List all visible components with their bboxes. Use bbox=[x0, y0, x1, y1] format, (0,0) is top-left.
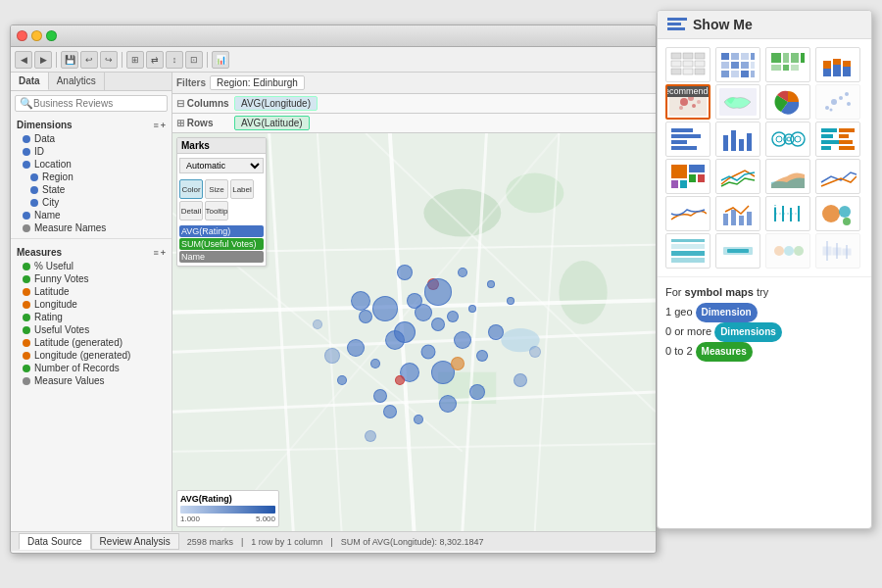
dim-location[interactable]: Location bbox=[11, 158, 172, 171]
chart-heat-map[interactable] bbox=[715, 47, 760, 82]
chart-pie[interactable] bbox=[765, 84, 810, 120]
filter-pill-region[interactable]: Region: Edinburgh bbox=[210, 75, 305, 90]
search-box[interactable]: 🔍 bbox=[15, 95, 168, 112]
save-icon[interactable]: 💾 bbox=[61, 51, 78, 69]
svg-rect-109 bbox=[671, 258, 705, 263]
marks-fields: AVG(Rating) SUM(Useful Votes) Name bbox=[177, 222, 266, 266]
chart-green-boxes[interactable] bbox=[765, 47, 810, 82]
status-tab-review[interactable]: Review Analysis bbox=[91, 533, 179, 550]
footer-line1: 1 geo Dimension bbox=[665, 303, 863, 322]
dim-icon bbox=[23, 135, 30, 143]
add-meas-icon[interactable]: + bbox=[161, 248, 166, 258]
meas-rating[interactable]: Rating bbox=[11, 311, 172, 323]
marks-field-useful[interactable]: SUM(Useful Votes) bbox=[179, 238, 264, 250]
meas-long-gen[interactable]: Longitude (generated) bbox=[11, 349, 172, 362]
minimize-btn[interactable] bbox=[31, 30, 42, 41]
chart-highlight-table[interactable] bbox=[665, 233, 710, 269]
chart-scatter[interactable] bbox=[815, 84, 860, 120]
chart-dual-line[interactable] bbox=[815, 159, 860, 194]
meas-long[interactable]: Longitude bbox=[11, 298, 172, 311]
chart-bubble[interactable] bbox=[665, 196, 710, 231]
sort-dim-icon[interactable]: ≡ bbox=[153, 121, 158, 130]
marks-field-name[interactable]: Name bbox=[179, 251, 264, 263]
tab-analytics[interactable]: Analytics bbox=[49, 73, 105, 90]
meas-icon bbox=[23, 326, 30, 334]
chart-filled-map[interactable] bbox=[715, 84, 760, 120]
close-btn[interactable] bbox=[17, 30, 27, 41]
chart-text-table[interactable] bbox=[665, 47, 710, 82]
chart-histogram[interactable] bbox=[765, 233, 810, 269]
svg-point-61 bbox=[825, 106, 829, 110]
chart-symbol-map[interactable]: Recommended bbox=[665, 84, 710, 120]
chart-box-whisker[interactable] bbox=[815, 233, 860, 269]
meas-funny[interactable]: Funny Votes bbox=[11, 272, 172, 285]
footer-num1: 1 bbox=[665, 306, 671, 318]
meas-lat[interactable]: Latitude bbox=[11, 285, 172, 298]
dim-measure-names[interactable]: Measure Names bbox=[11, 221, 172, 234]
dim-data[interactable]: Data bbox=[11, 132, 172, 145]
chart-side-bars[interactable] bbox=[815, 122, 860, 157]
chart-line[interactable] bbox=[715, 159, 760, 194]
meas-useful[interactable]: Useful Votes bbox=[11, 323, 172, 336]
svg-rect-67 bbox=[671, 128, 693, 132]
sort-meas-icon[interactable]: ≡ bbox=[153, 248, 158, 258]
meas-num-records[interactable]: Number of Records bbox=[11, 362, 172, 374]
toolbar-separator bbox=[56, 52, 57, 68]
title-bar bbox=[11, 25, 656, 47]
fit-icon[interactable]: ⊡ bbox=[185, 51, 203, 69]
maximize-btn[interactable] bbox=[46, 30, 57, 41]
measures-header: Measures ≡ + bbox=[11, 243, 172, 260]
dim-region[interactable]: Region bbox=[11, 171, 172, 183]
chart-gantt[interactable] bbox=[765, 196, 810, 231]
dim-city[interactable]: City bbox=[11, 196, 172, 209]
marks-size-btn[interactable]: Size bbox=[205, 179, 228, 199]
chart-treemap[interactable] bbox=[665, 159, 710, 194]
tab-data[interactable]: Data bbox=[11, 73, 49, 90]
chart-area[interactable] bbox=[765, 159, 810, 194]
meas-useful-pct[interactable]: % Useful bbox=[11, 260, 172, 272]
show-me-icon[interactable]: 📊 bbox=[212, 51, 229, 69]
chart-horiz-bar[interactable] bbox=[665, 122, 710, 157]
dim-name[interactable]: Name bbox=[11, 209, 172, 221]
sort-icon[interactable]: ↕ bbox=[166, 51, 183, 69]
forward-icon[interactable]: ▶ bbox=[34, 51, 52, 69]
undo-icon[interactable]: ↩ bbox=[80, 51, 98, 69]
status-tab-data-source[interactable]: Data Source bbox=[19, 533, 91, 550]
marks-tooltip-btn[interactable]: Tooltip bbox=[205, 201, 228, 220]
dim-id[interactable]: ID bbox=[11, 145, 172, 158]
svg-rect-82 bbox=[839, 128, 855, 132]
chart-dual-combo[interactable] bbox=[715, 196, 760, 231]
meas-icon bbox=[23, 377, 30, 385]
map-dot bbox=[365, 430, 376, 442]
swap-icon[interactable]: ⇄ bbox=[146, 51, 164, 69]
columns-pill[interactable]: AVG(Longitude) bbox=[234, 96, 318, 111]
search-input[interactable] bbox=[33, 98, 163, 109]
redo-icon[interactable]: ↪ bbox=[100, 51, 118, 69]
connect-icon[interactable]: ⊞ bbox=[126, 51, 144, 69]
map-dot bbox=[487, 280, 495, 288]
chart-bubble-pack[interactable] bbox=[815, 196, 860, 231]
rows-pill[interactable]: AVG(Latitude) bbox=[234, 116, 310, 130]
meas-values[interactable]: Measure Values bbox=[11, 374, 172, 387]
chart-stacked-bar[interactable] bbox=[815, 47, 860, 82]
svg-rect-94 bbox=[680, 180, 687, 188]
svg-rect-81 bbox=[821, 128, 837, 132]
chart-vert-bar[interactable] bbox=[715, 122, 760, 157]
back-icon[interactable]: ◀ bbox=[15, 51, 32, 69]
viz-container: Marks Automatic Color Size Label Detail … bbox=[172, 133, 656, 531]
marks-label-btn[interactable]: Label bbox=[230, 179, 254, 199]
marks-type-select[interactable]: Automatic bbox=[179, 158, 264, 173]
chart-horiz-line[interactable] bbox=[715, 233, 760, 269]
svg-rect-20 bbox=[683, 53, 693, 59]
svg-rect-35 bbox=[751, 62, 755, 69]
dim-state[interactable]: State bbox=[11, 183, 172, 196]
meas-lat-gen[interactable]: Latitude (generated) bbox=[11, 336, 172, 349]
footer-bold-maps: symbol maps bbox=[685, 286, 754, 298]
svg-rect-39 bbox=[751, 71, 755, 77]
marks-detail-btn[interactable]: Detail bbox=[179, 201, 203, 220]
map-dot-orange bbox=[451, 357, 465, 370]
add-dim-icon[interactable]: + bbox=[161, 121, 166, 130]
chart-circles[interactable] bbox=[765, 122, 810, 157]
marks-field-rating[interactable]: AVG(Rating) bbox=[179, 225, 264, 237]
marks-color-btn[interactable]: Color bbox=[179, 179, 203, 199]
